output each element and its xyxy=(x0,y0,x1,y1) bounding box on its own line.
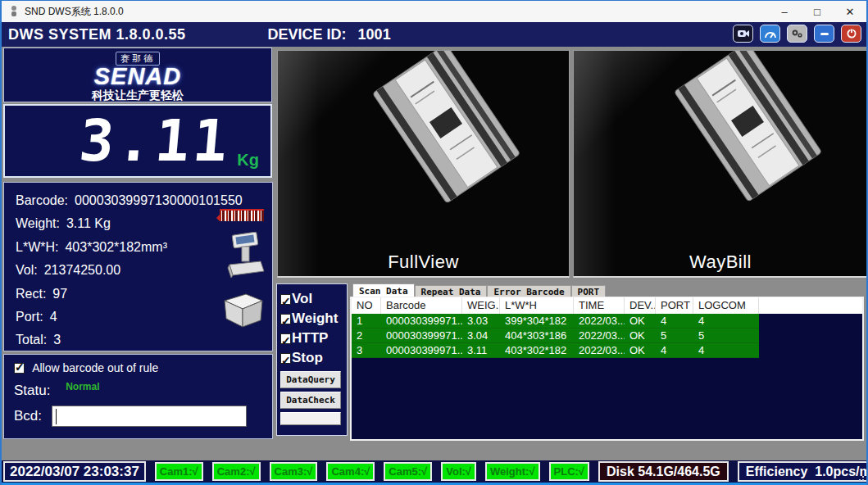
plc-status-badge: PLC:√ xyxy=(549,462,589,481)
col-time: TIME xyxy=(574,297,625,314)
allow-barcode-label: Allow barcode out of rule xyxy=(32,361,158,374)
table-cell: 4 xyxy=(693,314,759,328)
table-cell: 3 xyxy=(352,343,381,357)
datacheck-button[interactable]: DataCheck xyxy=(280,392,341,409)
table-cell: 3.03 xyxy=(462,314,500,328)
vol-value: 21374250.00 xyxy=(44,263,120,277)
table-cell: 399*304*182 xyxy=(500,314,574,328)
col-dev: DEV... xyxy=(625,297,656,314)
table-cell: 000030399971... xyxy=(381,329,462,342)
resize-grip[interactable] xyxy=(856,473,864,481)
tab-error-barcode[interactable]: Error Barcode xyxy=(487,285,570,297)
http-checkbox[interactable] xyxy=(280,333,291,344)
col-weight: WEIG... xyxy=(462,297,500,314)
port-label: Port: xyxy=(16,310,43,324)
measurement-info-panel: Barcode:00003039997130000101550 Weight:3… xyxy=(3,182,273,351)
vol-label: Vol: xyxy=(16,263,38,277)
tab-repeat-data[interactable]: Repeat Data xyxy=(415,285,488,297)
blank-button[interactable] xyxy=(280,412,341,425)
scan-data-table: NO Barcode WEIG... L*W*H TIME DEV... POR… xyxy=(350,297,864,441)
titlebar: SND DWS系统 1.8.0.0 – □ ✕ xyxy=(2,1,866,22)
vol-checkbox[interactable] xyxy=(280,294,291,305)
bcd-label: Bcd: xyxy=(14,408,42,424)
col-logcom: LOGCOM xyxy=(693,297,759,314)
app-window: SND DWS系统 1.8.0.0 – □ ✕ DWS SYSTEM 1.8.0… xyxy=(0,0,868,485)
table-cell: OK xyxy=(625,343,656,357)
efficiency-badge: Efficiency 1.0pcs/min xyxy=(738,461,868,482)
weight-label: Weight: xyxy=(16,216,60,230)
close-button[interactable]: ✕ xyxy=(834,1,866,22)
table-cell: 2022/03... xyxy=(574,314,625,328)
col-lwh: L*W*H xyxy=(500,297,574,314)
table-cell: 2022/03... xyxy=(574,343,625,357)
status-bar: 2022/03/07 23:03:37 Cam1:√ Cam2:√ Cam3:√… xyxy=(2,460,866,485)
table-cell: 000030399971... xyxy=(381,314,462,328)
lwh-value: 403*302*182mm³ xyxy=(65,240,167,254)
table-cell: 5 xyxy=(656,329,693,342)
app-title: SND DWS系统 1.8.0.0 xyxy=(25,5,124,19)
settings-gears-icon[interactable] xyxy=(787,25,807,43)
tab-port[interactable]: PORT xyxy=(571,285,607,297)
maximize-button[interactable]: □ xyxy=(801,1,834,22)
total-value: 3 xyxy=(53,333,61,347)
table-cell: 3.04 xyxy=(462,329,500,342)
power-exit-icon[interactable] xyxy=(841,25,861,43)
table-row[interactable]: 3 000030399971... 3.11 403*302*182 2022/… xyxy=(352,343,759,358)
tab-scan-data[interactable]: Scan Data xyxy=(352,283,415,297)
device-id-value: 1001 xyxy=(358,26,391,43)
vol-status-badge: Vol:√ xyxy=(441,462,476,481)
table-row[interactable]: 1 000030399971... 3.03 399*304*182 2022/… xyxy=(352,314,759,329)
bcd-input[interactable] xyxy=(52,406,247,427)
port-value: 4 xyxy=(50,310,57,324)
barcode-icon xyxy=(220,209,264,221)
table-cell: 5 xyxy=(693,329,759,342)
fullview-label: FullView xyxy=(278,252,569,273)
col-filler xyxy=(759,297,862,314)
table-cell: 403*302*182 xyxy=(500,343,574,357)
table-cell: 2022/03... xyxy=(574,329,625,342)
weight-display-panel: 3.11 Kg xyxy=(3,104,272,178)
fullview-camera-feed: FullView xyxy=(277,50,570,278)
barcode-label: Barcode: xyxy=(16,193,68,207)
dataquery-button[interactable]: DataQuery xyxy=(280,371,341,388)
table-cell: 1 xyxy=(352,314,381,328)
cam4-status-badge: Cam4:√ xyxy=(326,462,375,481)
stop-checkbox[interactable] xyxy=(280,353,291,364)
gauge-icon[interactable] xyxy=(760,25,780,43)
weight-status-badge: Weight:√ xyxy=(485,462,540,481)
camera-shading xyxy=(574,51,867,276)
weight-info-value: 3.11 Kg xyxy=(66,216,111,230)
weight-checkbox[interactable] xyxy=(280,314,291,324)
table-cell: 4 xyxy=(693,343,759,357)
weight-unit: Kg xyxy=(237,151,259,170)
stop-checkbox-label: Stop xyxy=(292,350,323,365)
total-label: Total: xyxy=(16,333,47,347)
allow-barcode-checkbox[interactable] xyxy=(14,363,25,374)
col-port: PORT xyxy=(656,297,693,314)
weight-value: 3.11 xyxy=(77,107,234,175)
cam2-status-badge: Cam2:√ xyxy=(212,462,261,481)
barcode-entry-panel: Allow barcode out of rule Statu: Normal … xyxy=(3,354,273,439)
lwh-label: L*W*H: xyxy=(16,240,58,254)
output-control-panel: Vol Weight HTTP Stop DataQuery DataCheck xyxy=(276,283,348,436)
table-header-row: NO Barcode WEIG... L*W*H TIME DEV... POR… xyxy=(352,297,862,314)
table-cell: 3.11 xyxy=(462,343,500,357)
col-no: NO xyxy=(352,297,381,314)
table-cell: 2 xyxy=(352,329,381,342)
rect-value: 97 xyxy=(52,287,67,301)
table-cell: 404*303*186 xyxy=(500,329,574,342)
cam5-status-badge: Cam5:√ xyxy=(384,462,432,481)
camera-view-icon[interactable] xyxy=(733,25,753,43)
table-cell: OK xyxy=(625,329,656,342)
col-barcode: Barcode xyxy=(381,297,462,314)
minimize-button[interactable]: – xyxy=(768,1,801,22)
table-row[interactable]: 2 000030399971... 3.04 404*303*186 2022/… xyxy=(352,329,759,343)
vol-checkbox-label: Vol xyxy=(292,291,312,306)
window-controls: – □ ✕ xyxy=(768,1,866,22)
statu-label: Statu: xyxy=(14,383,50,398)
hide-panel-icon[interactable] xyxy=(814,25,834,43)
waybill-camera-feed: WayBill xyxy=(573,50,868,278)
waybill-label: WayBill xyxy=(574,252,867,273)
system-title: DWS SYSTEM 1.8.0.0.55 xyxy=(8,26,186,43)
table-cell: 4 xyxy=(656,343,693,357)
